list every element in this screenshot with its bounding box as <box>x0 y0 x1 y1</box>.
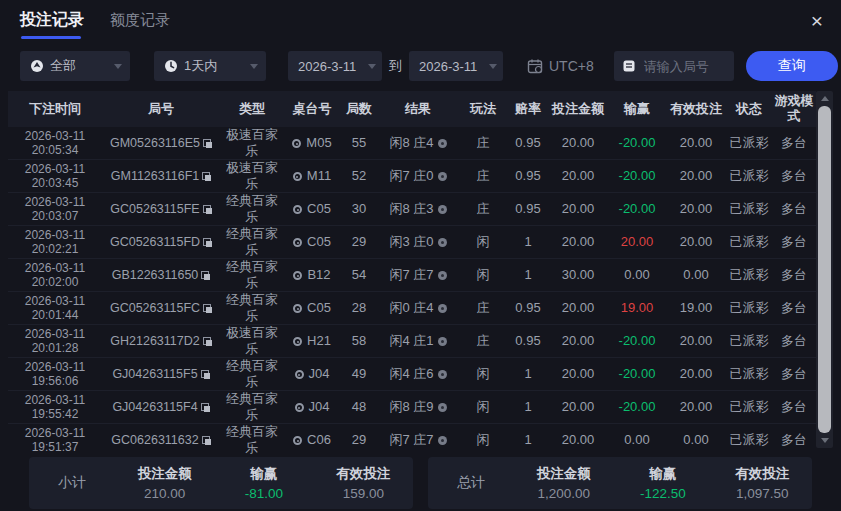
info-icon[interactable] <box>438 403 447 412</box>
scroll-up-icon[interactable] <box>816 91 833 106</box>
search-input[interactable] <box>642 58 726 75</box>
round-number: 48 <box>340 391 378 424</box>
tab-quota-records[interactable]: 额度记录 <box>110 11 170 38</box>
table-number: C05 <box>284 193 340 226</box>
scroll-down-icon[interactable] <box>816 433 833 448</box>
total-win-loss: 输赢 -122.50 <box>613 465 712 501</box>
column-header: 状态 <box>726 91 772 127</box>
table-number: C05 <box>284 226 340 259</box>
valid-bet: 0.00 <box>666 259 726 292</box>
camera-icon[interactable] <box>293 271 302 280</box>
copy-icon[interactable] <box>202 172 211 181</box>
result: 闲7 庄7 <box>378 424 458 457</box>
copy-icon[interactable] <box>201 403 210 412</box>
play-type: 庄 <box>458 325 508 358</box>
bet-amount: 20.00 <box>548 193 608 226</box>
tab-betting-records[interactable]: 投注记录 <box>20 10 84 39</box>
table-row: 2026-03-1119:56:06GJ04263115F5经典百家乐J0449… <box>8 358 816 391</box>
date-range-select[interactable]: 1天内 <box>154 51 266 81</box>
info-icon[interactable] <box>438 205 447 214</box>
table-row: 2026-03-1120:02:21GC05263115FD经典百家乐C0529… <box>8 226 816 259</box>
game-mode: 多台 <box>772 127 816 160</box>
camera-icon[interactable] <box>293 238 302 247</box>
camera-icon[interactable] <box>295 370 304 379</box>
status: 已派彩 <box>726 325 772 358</box>
info-icon[interactable] <box>438 139 447 148</box>
game-id-search[interactable] <box>614 51 734 81</box>
info-icon[interactable] <box>438 271 447 280</box>
status: 已派彩 <box>726 424 772 457</box>
copy-icon[interactable] <box>201 271 210 280</box>
scrollbar-thumb[interactable] <box>818 106 831 433</box>
column-header: 输赢 <box>608 91 666 127</box>
table-row: 2026-03-1119:51:37GC0626311632经典百家乐C0629… <box>8 424 816 457</box>
info-icon[interactable] <box>438 436 447 445</box>
end-date-picker[interactable]: 2026-3-11 <box>409 51 503 81</box>
game-mode: 多台 <box>772 226 816 259</box>
category-select[interactable]: 全部 <box>20 51 130 81</box>
game-type: 极速百家乐 <box>220 160 284 193</box>
total-box: 总计 投注金额 1,200.00 输赢 -122.50 有效投注 1,097.5… <box>428 457 812 509</box>
start-date-picker[interactable]: 2026-3-11 <box>288 51 382 81</box>
info-icon[interactable] <box>438 304 447 313</box>
camera-icon[interactable] <box>293 337 302 346</box>
column-header: 游戏模式 <box>772 91 816 127</box>
copy-icon[interactable] <box>203 238 212 247</box>
info-icon[interactable] <box>438 337 447 346</box>
table-number: B12 <box>284 259 340 292</box>
game-id: GJ04263115F4 <box>102 391 220 424</box>
result: 闲7 庄0 <box>378 160 458 193</box>
game-type: 经典百家乐 <box>220 292 284 325</box>
clock-icon <box>164 59 178 73</box>
bet-time: 2026-03-1120:01:28 <box>8 325 102 358</box>
bet-amount: 20.00 <box>548 391 608 424</box>
copy-icon[interactable] <box>203 337 212 346</box>
camera-icon[interactable] <box>293 172 302 181</box>
timezone-selector[interactable]: UTC+8 <box>527 58 594 74</box>
odds: 0.95 <box>508 193 548 226</box>
bet-time: 2026-03-1120:03:45 <box>8 160 102 193</box>
bet-amount: 20.00 <box>548 160 608 193</box>
play-type: 庄 <box>458 160 508 193</box>
game-mode: 多台 <box>772 424 816 457</box>
camera-icon[interactable] <box>293 304 302 313</box>
round-number: 58 <box>340 325 378 358</box>
copy-icon[interactable] <box>201 370 210 379</box>
query-button[interactable]: 查询 <box>746 51 838 81</box>
result: 闲8 庄9 <box>378 391 458 424</box>
target-icon <box>30 59 44 73</box>
info-icon[interactable] <box>438 172 447 181</box>
close-icon[interactable]: × <box>805 10 829 32</box>
copy-icon[interactable] <box>203 304 212 313</box>
column-header: 局号 <box>102 91 220 127</box>
copy-icon[interactable] <box>203 139 212 148</box>
camera-icon[interactable] <box>293 205 302 214</box>
bet-amount: 20.00 <box>548 226 608 259</box>
table-row: 2026-03-1120:05:34GM05263116E5极速百家乐M0555… <box>8 127 816 160</box>
win-loss: 19.00 <box>608 292 666 325</box>
game-id: GB1226311650 <box>102 259 220 292</box>
bet-amount: 20.00 <box>548 292 608 325</box>
play-type: 闲 <box>458 226 508 259</box>
info-icon[interactable] <box>438 370 447 379</box>
camera-icon[interactable] <box>293 436 302 445</box>
win-loss: -20.00 <box>608 193 666 226</box>
game-id: GM11263116F1 <box>102 160 220 193</box>
chevron-down-icon <box>368 64 376 69</box>
total-bet-amount: 投注金额 1,200.00 <box>514 465 613 501</box>
play-type: 闲 <box>458 358 508 391</box>
info-icon[interactable] <box>438 238 447 247</box>
copy-icon[interactable] <box>203 205 212 214</box>
play-type: 庄 <box>458 292 508 325</box>
play-type: 闲 <box>458 424 508 457</box>
status: 已派彩 <box>726 259 772 292</box>
round-number: 55 <box>340 127 378 160</box>
camera-icon[interactable] <box>292 139 301 148</box>
column-header: 赔率 <box>508 91 548 127</box>
records-table-zone: 下注时间局号类型桌台号局数结果玩法赔率投注金额输赢有效投注状态游戏模式 2026… <box>8 91 833 448</box>
scrollbar[interactable] <box>816 91 833 448</box>
copy-icon[interactable] <box>202 436 211 445</box>
bet-time: 2026-03-1120:03:07 <box>8 193 102 226</box>
camera-icon[interactable] <box>295 403 304 412</box>
odds: 1 <box>508 424 548 457</box>
